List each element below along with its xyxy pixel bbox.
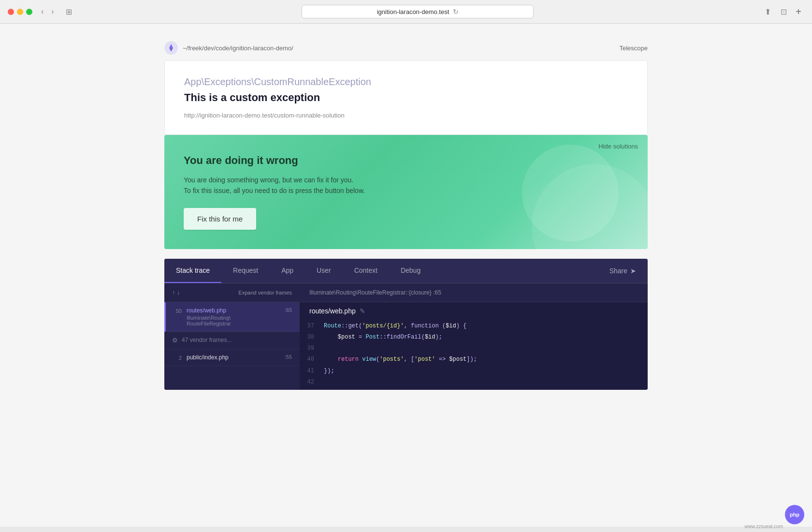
share-icon: ➤ — [630, 267, 636, 275]
frame-item[interactable]: 50 routes/web.php Illuminate\Routing\Rou… — [164, 302, 300, 332]
frame-file: routes/web.php — [187, 307, 280, 314]
minimize-button[interactable] — [17, 9, 23, 15]
frame-class: Illuminate\Routing\RouteFileRegistrar — [187, 315, 280, 326]
code-line: 42 — [300, 377, 648, 388]
sort-down-button[interactable]: ↓ — [177, 289, 180, 296]
code-breadcrumb: Illuminate\Routing\RouteFileRegistrar::{… — [309, 289, 441, 296]
line-number: 42 — [300, 378, 324, 387]
expand-vendor-button[interactable]: Expand vendor frames — [238, 290, 292, 296]
watermark-text: www.zzsueal.com — [745, 524, 783, 529]
back-button[interactable]: ‹ — [38, 6, 46, 17]
address-bar[interactable]: ignition-laracon-demo.test ↻ — [302, 5, 534, 18]
sort-buttons: ↑ ↓ — [172, 289, 180, 296]
filename-row: routes/web.php ✎ — [300, 302, 648, 317]
tab-debug[interactable]: Debug — [389, 259, 432, 283]
frame-line: :65 — [285, 307, 292, 313]
top-bar-left: ~/freek/dev/code/ignition-laracon-demo/ — [164, 41, 293, 55]
telescope-link[interactable]: Telescope — [619, 44, 648, 52]
share-label: Share — [609, 267, 627, 275]
line-content: // http://ignition-laracon-demo.test/inv… — [324, 389, 494, 390]
tab-user[interactable]: User — [305, 259, 343, 283]
tab-request[interactable]: Request — [221, 259, 270, 283]
line-number: 39 — [300, 344, 324, 353]
browser-actions: ⬆ ⊡ + — [761, 5, 804, 18]
fix-button[interactable]: Fix this for me — [184, 208, 256, 230]
browser-content: ~/freek/dev/code/ignition-laracon-demo/ … — [0, 24, 812, 527]
top-bar: ~/freek/dev/code/ignition-laracon-demo/ … — [164, 33, 648, 60]
solution-description-line2: To fix this issue, all you need to do is… — [184, 187, 365, 194]
frame-list: ↑ ↓ Expand vendor frames 50 routes/web.p… — [164, 283, 300, 390]
code-line: 38 $post = Post::findOrFail($id); — [300, 332, 648, 343]
sort-up-button[interactable]: ↑ — [172, 289, 175, 296]
tabs-bar: Stack trace Request App User Context Deb… — [164, 259, 648, 283]
tab-app[interactable]: App — [270, 259, 305, 283]
exception-class: App\Exceptions\CustomRunnableException — [184, 76, 628, 88]
frame-number: 2 — [172, 355, 182, 361]
browser-chrome: ‹ › ⊞ ignition-laracon-demo.test ↻ ⬆ ⊡ + — [0, 0, 812, 24]
error-header: App\Exceptions\CustomRunnableException T… — [164, 60, 648, 135]
php-watermark: php — [785, 505, 804, 524]
tab-manager-button[interactable]: ⊡ — [777, 5, 791, 18]
add-tab-button[interactable]: + — [793, 6, 804, 17]
frame-list-header: ↑ ↓ Expand vendor frames — [164, 283, 300, 302]
browser-nav: ‹ › — [38, 6, 57, 17]
vendor-frames-item[interactable]: ⚙ 47 vendor frames... — [164, 332, 300, 349]
stack-body: ↑ ↓ Expand vendor frames 50 routes/web.p… — [164, 283, 648, 390]
code-viewer: Illuminate\Routing\RouteFileRegistrar::{… — [300, 283, 648, 390]
vendor-frames-text: 47 vendor frames... — [182, 337, 232, 343]
tab-context[interactable]: Context — [343, 259, 389, 283]
ignition-logo-icon — [164, 41, 178, 55]
line-number: 37 — [300, 322, 324, 331]
tab-stack-trace[interactable]: Stack trace — [164, 259, 221, 283]
maximize-button[interactable] — [26, 9, 32, 15]
code-line: 39 — [300, 343, 648, 354]
code-line: 40 return view('posts', ['post' => $post… — [300, 354, 648, 365]
line-content: Route::get('posts/{id}', function ($id) … — [324, 322, 466, 331]
code-line: 43 // http://ignition-laracon-demo.test/… — [300, 388, 648, 390]
ignition-app: ~/freek/dev/code/ignition-laracon-demo/ … — [164, 33, 648, 390]
frame-file: public/index.php — [187, 354, 280, 361]
code-line: 37 Route::get('posts/{id}', function ($i… — [300, 321, 648, 332]
line-number: 38 — [300, 333, 324, 342]
address-bar-wrap: ignition-laracon-demo.test ↻ — [81, 5, 755, 18]
reload-icon[interactable]: ↻ — [453, 8, 459, 15]
solution-description-line1: You are doing something wrong, but we ca… — [184, 176, 353, 184]
sidebar-button[interactable]: ⊞ — [63, 6, 75, 17]
share-tab[interactable]: Share ➤ — [598, 259, 648, 282]
code-filename: routes/web.php — [309, 307, 356, 315]
exception-url: http://ignition-laracon-demo.test/custom… — [184, 112, 628, 119]
code-header: Illuminate\Routing\RouteFileRegistrar::{… — [300, 283, 648, 302]
line-number: 43 — [300, 389, 324, 390]
line-content: }); — [324, 367, 334, 376]
edit-icon[interactable]: ✎ — [360, 307, 365, 315]
frame-line: :55 — [285, 354, 292, 360]
line-content: return view('posts', ['post' => $post]); — [324, 355, 477, 364]
line-number: 40 — [300, 355, 324, 364]
frame-item[interactable]: 2 public/index.php :55 — [164, 349, 300, 366]
traffic-lights — [8, 9, 32, 15]
frame-info: routes/web.php Illuminate\Routing\RouteF… — [187, 307, 280, 326]
share-button[interactable]: ⬆ — [761, 5, 775, 18]
app-path: ~/freek/dev/code/ignition-laracon-demo/ — [183, 44, 293, 52]
code-lines: 37 Route::get('posts/{id}', function ($i… — [300, 317, 648, 390]
stack-panel: Stack trace Request App User Context Deb… — [164, 259, 648, 390]
hide-solutions-button[interactable]: Hide solutions — [598, 143, 638, 150]
forward-button[interactable]: › — [48, 6, 57, 17]
line-content: $post = Post::findOrFail($id); — [324, 333, 442, 342]
frame-info: public/index.php — [187, 354, 280, 361]
exception-message: This is a custom exception — [184, 91, 628, 104]
gear-icon: ⚙ — [172, 337, 178, 344]
close-button[interactable] — [8, 9, 14, 15]
code-line: 41 }); — [300, 366, 648, 377]
line-number: 41 — [300, 367, 324, 376]
frame-number: 50 — [172, 308, 182, 314]
solution-panel: Hide solutions You are doing it wrong Yo… — [164, 135, 648, 249]
breadcrumb-line: :65 — [433, 289, 441, 296]
url-text: ignition-laracon-demo.test — [377, 8, 450, 15]
